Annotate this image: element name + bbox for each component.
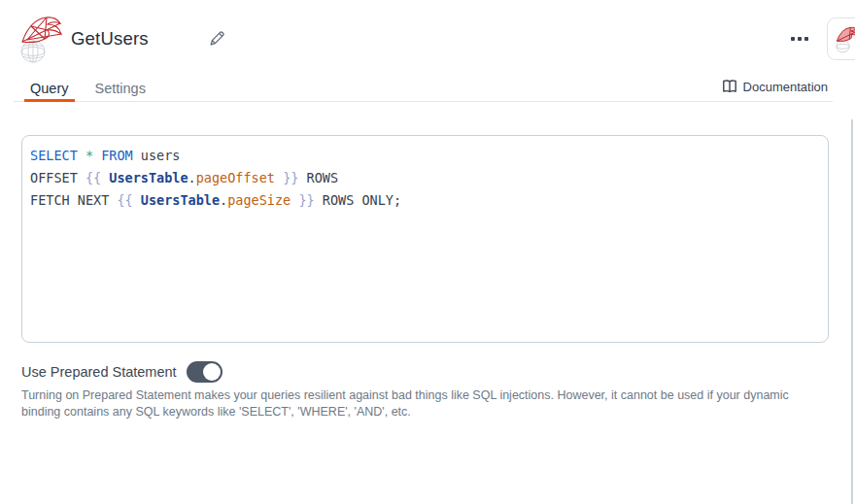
datasource-plugin-card[interactable] bbox=[827, 17, 855, 60]
code-token: FETCH NEXT bbox=[30, 192, 117, 208]
tab-query[interactable]: Query bbox=[24, 68, 75, 102]
code-token: pageOffset bbox=[196, 170, 275, 185]
code-token: * bbox=[86, 148, 93, 163]
code-token: }} bbox=[275, 170, 298, 185]
code-token: UsersTable bbox=[141, 192, 220, 208]
code-line: FETCH NEXT {{ UsersTable.pageSize }} ROW… bbox=[30, 189, 820, 212]
toggle-knob bbox=[203, 363, 221, 381]
tab-bar: Query Settings Documentation bbox=[14, 68, 833, 102]
prepared-statement-row: Use Prepared Statement bbox=[21, 360, 222, 384]
sql-server-logo-icon bbox=[835, 24, 855, 53]
documentation-link[interactable]: Documentation bbox=[722, 79, 828, 94]
code-token: OFFSET bbox=[30, 170, 86, 185]
edit-name-button[interactable] bbox=[205, 27, 228, 50]
code-line: OFFSET {{ UsersTable.pageOffset }} ROWS bbox=[30, 167, 820, 189]
code-token: UsersTable bbox=[109, 170, 188, 185]
code-token: ROWS ONLY; bbox=[315, 192, 401, 208]
code-token: pageSize bbox=[227, 192, 291, 208]
documentation-label: Documentation bbox=[743, 80, 828, 94]
code-token: }} bbox=[291, 192, 314, 208]
sql-query-editor[interactable]: SELECT * FROM users OFFSET {{ UsersTable… bbox=[21, 135, 829, 343]
code-token: . bbox=[188, 170, 196, 185]
tabs: Query Settings bbox=[24, 68, 166, 102]
page-title: GetUsers bbox=[71, 28, 149, 50]
code-token: {{ bbox=[86, 170, 109, 185]
code-token bbox=[93, 148, 101, 163]
code-token: {{ bbox=[117, 192, 140, 208]
prepared-statement-toggle[interactable] bbox=[187, 361, 222, 383]
prepared-statement-help-text: Turning on Prepared Statement makes your… bbox=[21, 387, 806, 420]
ellipsis-icon bbox=[791, 37, 795, 41]
tab-settings[interactable]: Settings bbox=[89, 68, 152, 102]
code-line: SELECT * FROM users bbox=[30, 145, 820, 167]
ellipsis-icon bbox=[798, 37, 802, 41]
sql-server-logo-icon bbox=[18, 12, 63, 64]
prepared-statement-label: Use Prepared Statement bbox=[21, 364, 177, 380]
code-token: ROWS bbox=[298, 170, 338, 185]
code-token: . bbox=[220, 192, 227, 208]
pane-resize-divider[interactable] bbox=[851, 119, 853, 504]
open-book-icon bbox=[722, 79, 737, 94]
code-token: SELECT bbox=[30, 148, 78, 163]
query-header: GetUsers bbox=[0, 0, 855, 68]
code-token: FROM bbox=[101, 148, 133, 163]
ellipsis-icon bbox=[804, 37, 808, 41]
more-actions-button[interactable] bbox=[784, 28, 815, 50]
pencil-icon bbox=[207, 29, 226, 49]
code-token bbox=[78, 148, 86, 163]
code-token: users bbox=[133, 148, 181, 163]
